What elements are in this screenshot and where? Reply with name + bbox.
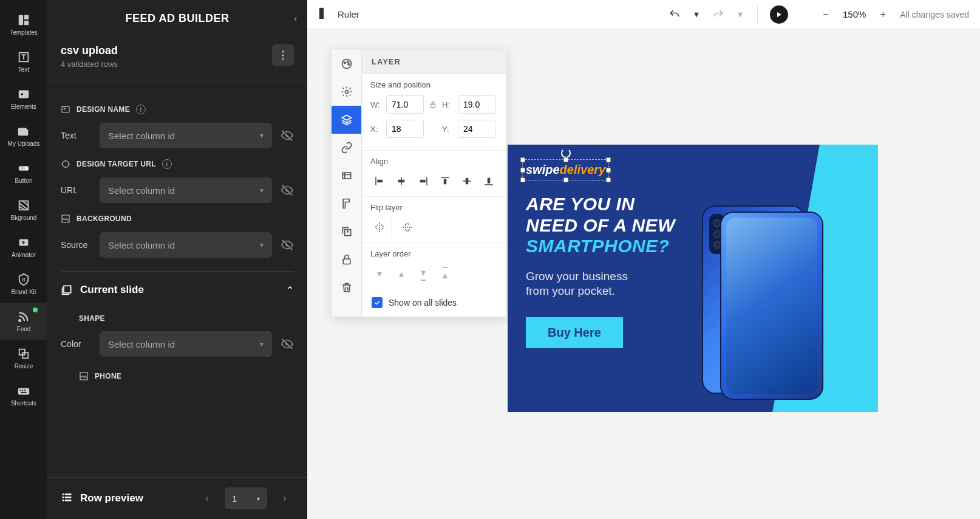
layer-tab-crop[interactable] [332, 162, 361, 190]
tool-uploads[interactable]: My Uploads [0, 117, 47, 154]
x-input[interactable] [386, 120, 424, 138]
tool-elements[interactable]: Elements [0, 80, 47, 117]
align-left-button[interactable] [370, 172, 389, 190]
more-button[interactable] [272, 44, 294, 66]
background-icon [17, 199, 30, 212]
svg-point-18 [282, 51, 284, 53]
ad-preview[interactable]: swipedelivery ARE YOU IN NEED OF A NEW S… [508, 145, 878, 412]
upload-subtitle: 4 validated rows [61, 60, 118, 69]
tool-feed[interactable]: Feed [0, 303, 47, 340]
align-top-button[interactable] [436, 172, 454, 190]
visibility-toggle[interactable] [281, 184, 294, 197]
target-url-select[interactable]: Select column id ▾ [100, 177, 272, 203]
layer-tab-lock[interactable] [332, 246, 361, 273]
collapse-sidebar-button[interactable]: ‹ [294, 13, 298, 24]
shape-color-select[interactable]: Select column id ▾ [100, 331, 272, 357]
uploads-icon [17, 125, 30, 138]
chevron-up-icon: ⌃ [286, 284, 294, 296]
tool-templates[interactable]: Templates [0, 6, 47, 43]
align-center-h-button[interactable] [392, 172, 410, 190]
svg-rect-51 [466, 178, 469, 185]
align-right-button[interactable] [414, 172, 432, 190]
order-back-button[interactable]: ▾ [370, 264, 389, 283]
svg-point-5 [21, 93, 23, 95]
layer-tab-delete[interactable] [332, 273, 361, 301]
slide-icon [61, 284, 73, 296]
zoom-level[interactable]: 150% [843, 9, 866, 19]
selected-logo-element[interactable]: swipedelivery [526, 163, 605, 177]
layer-tab-palette[interactable] [332, 50, 361, 78]
upload-info: csv upload 4 validated rows [47, 37, 307, 81]
ad-subheading[interactable]: Grow your business from your pocket. [526, 269, 675, 299]
templates-icon [17, 13, 30, 27]
next-row-button[interactable]: › [276, 489, 294, 507]
redo-button[interactable] [710, 6, 727, 23]
row-select[interactable]: 1 ▾ [225, 487, 267, 509]
svg-rect-13 [18, 388, 29, 394]
info-icon[interactable]: i [162, 159, 172, 169]
y-input[interactable] [458, 120, 495, 138]
layer-tab-format[interactable] [332, 190, 361, 218]
undo-button[interactable] [666, 6, 683, 23]
layer-panel-title: LAYER [362, 50, 506, 74]
order-forward-button[interactable]: ▾ [414, 264, 432, 283]
ruler-icon[interactable] [318, 7, 332, 22]
tool-brandkit[interactable]: B Brand Kit [0, 266, 47, 303]
tool-animator[interactable]: Animator [0, 229, 47, 266]
layer-tab-layers[interactable] [332, 106, 361, 134]
zoom-in-button[interactable]: + [874, 6, 891, 23]
visibility-toggle[interactable] [281, 238, 294, 252]
tool-background[interactable]: Bkground [0, 191, 47, 229]
visibility-toggle[interactable] [281, 337, 294, 351]
align-bottom-button[interactable] [480, 172, 498, 190]
redo-dropdown[interactable]: ▾ [735, 6, 745, 23]
ad-cta-button[interactable]: Buy Here [526, 317, 623, 348]
svg-rect-1 [24, 15, 29, 19]
svg-rect-52 [485, 184, 493, 185]
svg-rect-27 [65, 493, 72, 495]
rotate-handle-icon[interactable] [561, 148, 571, 158]
canvas[interactable]: LAYER Size and position W: H: X: Y: [307, 29, 980, 519]
current-slide-toggle[interactable]: Current slide ⌃ [61, 277, 294, 303]
play-button[interactable] [770, 5, 788, 24]
flip-horizontal-button[interactable] [370, 218, 392, 236]
svg-rect-53 [488, 178, 491, 184]
svg-rect-47 [420, 180, 426, 183]
chevron-down-icon: ▾ [260, 131, 264, 140]
height-input[interactable] [458, 95, 495, 114]
zoom-out-button[interactable]: − [817, 6, 834, 23]
svg-rect-0 [19, 15, 23, 26]
align-center-v-button[interactable] [458, 172, 476, 190]
layer-tab-link[interactable] [332, 134, 361, 162]
svg-rect-26 [63, 493, 64, 495]
tool-shortcuts[interactable]: Shortcuts [0, 377, 47, 414]
tool-button[interactable]: Button [0, 154, 47, 191]
undo-dropdown[interactable]: ▾ [692, 6, 701, 23]
text-field-icon [61, 105, 70, 114]
info-icon[interactable]: i [136, 105, 146, 114]
flip-vertical-button[interactable] [398, 218, 417, 236]
order-backward-button[interactable]: ▴ [392, 264, 410, 283]
tool-resize[interactable]: Resize [0, 340, 47, 377]
main-area: Ruler ▾ ▾ − 150% + All changes saved [307, 0, 980, 519]
lock-aspect-icon[interactable] [429, 100, 437, 109]
prev-row-button[interactable]: ‹ [198, 489, 216, 507]
layer-tab-settings[interactable] [332, 78, 361, 106]
layer-tab-duplicate[interactable] [332, 218, 361, 246]
layer-panel: LAYER Size and position W: H: X: Y: [332, 50, 506, 317]
elements-icon [17, 88, 30, 101]
show-all-slides-checkbox[interactable] [372, 297, 383, 308]
row-preview-label: Row preview [80, 492, 143, 504]
visibility-toggle[interactable] [281, 129, 294, 142]
svg-rect-40 [343, 259, 350, 264]
design-name-select[interactable]: Select column id ▾ [100, 123, 272, 148]
chevron-down-icon: ▾ [257, 495, 260, 502]
field-label-color: Color [61, 339, 91, 349]
phone-image[interactable] [702, 205, 823, 400]
ad-headline[interactable]: ARE YOU IN NEED OF A NEW SMARTPHONE? [526, 194, 675, 257]
background-select[interactable]: Select column id ▾ [100, 232, 272, 258]
field-label-text: Text [61, 131, 91, 140]
order-front-button[interactable]: ▴ [436, 264, 454, 283]
tool-text[interactable]: Text [0, 43, 47, 80]
width-input[interactable] [386, 95, 424, 114]
